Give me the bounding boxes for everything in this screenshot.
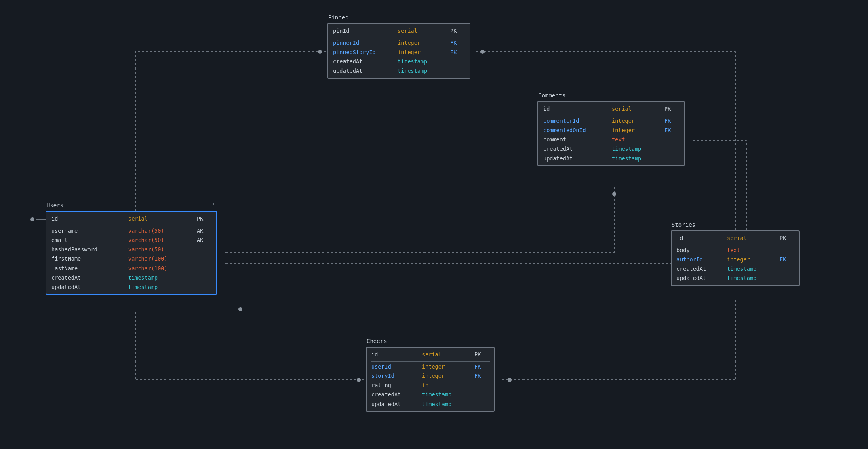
col-type: serial [422, 351, 474, 358]
column-row: userIdintegerFK [367, 362, 494, 371]
col-name: storyId [371, 372, 422, 379]
col-key: PK [197, 215, 211, 222]
connector-dot [318, 50, 322, 54]
more-vertical-icon[interactable]: ⋮ [211, 202, 216, 208]
col-key: PK [664, 105, 679, 112]
col-key: AK [197, 236, 211, 244]
column-row: createdAttimestamp [328, 57, 470, 66]
col-name: id [676, 234, 727, 242]
column-row: createdAttimestamp [538, 144, 684, 154]
col-key: FK [450, 48, 465, 56]
col-key: PK [450, 27, 465, 34]
entity-users[interactable]: Users ⋮ id serial PK usernamevarchar(50)… [46, 211, 217, 295]
col-name: id [371, 351, 422, 358]
col-type: integer [612, 126, 664, 134]
col-type: serial [128, 215, 197, 222]
entity-title: Users [46, 202, 63, 209]
pk-row: id serial PK [46, 212, 216, 226]
col-name: commentedOnId [543, 126, 612, 134]
column-row: commenttext [538, 135, 684, 144]
col-name: createdAt [543, 145, 612, 152]
pk-row: id serial PK [538, 102, 684, 116]
col-key: FK [450, 39, 465, 46]
column-row: updatedAttimestamp [367, 399, 494, 411]
col-type: timestamp [398, 67, 450, 74]
connector-dot [612, 192, 616, 196]
col-name: email [51, 236, 128, 244]
col-name: createdAt [333, 58, 398, 65]
col-type: varchar(50) [128, 246, 197, 253]
col-type: timestamp [612, 145, 664, 152]
column-row: createdAttimestamp [46, 273, 216, 282]
diagram-canvas[interactable]: Pinned pinId serial PK pinnerIdintegerFK… [0, 0, 868, 449]
col-key: AK [197, 227, 211, 234]
column-row: updatedAttimestamp [672, 274, 799, 285]
col-name: comment [543, 136, 612, 143]
connector-dot [480, 50, 485, 54]
col-name: rating [371, 382, 422, 389]
col-name: createdAt [371, 391, 422, 398]
col-type: int [422, 382, 474, 389]
column-row: pinnedStoryIdintegerFK [328, 47, 470, 57]
column-row: usernamevarchar(50)AK [46, 226, 216, 235]
col-type: varchar(50) [128, 236, 197, 244]
col-type: integer [398, 39, 450, 46]
column-row: updatedAttimestamp [328, 66, 470, 78]
col-name: updatedAt [543, 155, 612, 162]
col-type: varchar(100) [128, 255, 197, 262]
line-stories-cheers [502, 300, 735, 380]
col-type: integer [422, 372, 474, 379]
col-type: varchar(50) [128, 227, 197, 234]
col-type: integer [727, 256, 780, 263]
entity-pinned[interactable]: Pinned pinId serial PK pinnerIdintegerFK… [327, 23, 470, 79]
column-row: hashedPasswordvarchar(50) [46, 245, 216, 254]
col-type: varchar(100) [128, 265, 197, 272]
col-name: id [543, 105, 612, 112]
col-key: FK [664, 126, 679, 134]
entity-cheers[interactable]: Cheers id serial PK userIdintegerFKstory… [366, 347, 495, 412]
column-row: createdAttimestamp [672, 264, 799, 274]
column-row: createdAttimestamp [367, 390, 494, 399]
column-row: commentedOnIdintegerFK [538, 125, 684, 135]
columns: commenterIdintegerFKcommentedOnIdinteger… [538, 116, 684, 165]
pk-row: id serial PK [367, 348, 494, 361]
column-row: emailvarchar(50)AK [46, 235, 216, 245]
entity-stories[interactable]: Stories id serial PK bodytextauthorIdint… [671, 230, 800, 286]
col-name: createdAt [51, 274, 128, 281]
col-type: text [727, 247, 780, 254]
column-row: ratingint [367, 381, 494, 390]
entity-title: Stories [672, 221, 695, 228]
col-type: integer [398, 48, 450, 56]
pk-row: id serial PK [672, 231, 799, 245]
col-type: timestamp [398, 58, 450, 65]
connector-dot [30, 217, 34, 221]
column-row: firstNamevarchar(100) [46, 254, 216, 263]
col-type: text [612, 136, 664, 143]
col-key: FK [474, 363, 489, 370]
col-type: serial [727, 234, 780, 242]
col-name: lastName [51, 265, 128, 272]
columns: userIdintegerFKstoryIdintegerFKratingint… [367, 362, 494, 411]
columns: usernamevarchar(50)AKemailvarchar(50)AKh… [46, 226, 216, 294]
column-row: commenterIdintegerFK [538, 116, 684, 125]
col-type: timestamp [128, 283, 197, 291]
col-type: serial [398, 27, 450, 34]
column-row: authorIdintegerFK [672, 255, 799, 264]
col-type: timestamp [422, 401, 474, 408]
column-row: updatedAttimestamp [538, 154, 684, 165]
col-name: updatedAt [371, 401, 422, 408]
col-key: PK [780, 234, 794, 242]
columns: pinnerIdintegerFKpinnedStoryIdintegerFKc… [328, 38, 470, 78]
col-name: id [51, 215, 128, 222]
column-row: lastNamevarchar(100) [46, 263, 216, 273]
col-name: commenterId [543, 117, 612, 124]
line-users-cheers [135, 312, 366, 380]
entity-comments[interactable]: Comments id serial PK commenterIdinteger… [537, 101, 685, 166]
col-type: timestamp [422, 391, 474, 398]
connector-dot [357, 378, 361, 382]
col-name: body [676, 247, 727, 254]
col-type: timestamp [612, 155, 664, 162]
column-row: pinnerIdintegerFK [328, 38, 470, 47]
col-type: timestamp [727, 274, 780, 282]
col-name: createdAt [676, 265, 727, 272]
